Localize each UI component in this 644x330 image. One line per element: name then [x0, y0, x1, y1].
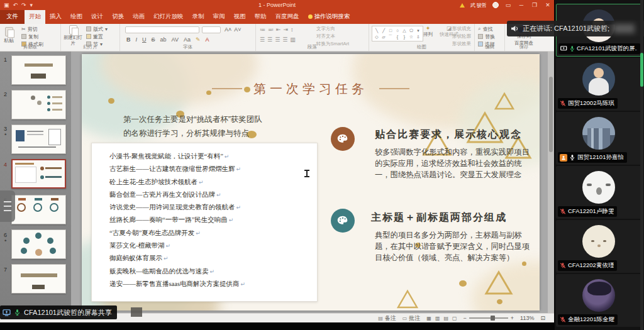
tab-help[interactable]: 帮助 [250, 10, 271, 24]
section-1-heading[interactable]: 贴合比赛要求，展示核心观念 [375, 128, 522, 141]
italic-button[interactable]: I [135, 36, 139, 43]
tab-view[interactable]: 视图 [230, 10, 250, 24]
shape-outline-button[interactable]: 形状轮廓 [452, 33, 471, 40]
participant-tile[interactable]: CFA12202黄依瑾 [556, 220, 641, 273]
thumbnail-slide-3[interactable] [11, 124, 66, 154]
numbering-button[interactable]: ≕ [268, 26, 274, 33]
character-spacing-button[interactable]: AV [170, 36, 180, 43]
tab-slideshow[interactable]: 幻灯片放映 [149, 10, 188, 24]
zoom-slider[interactable]: − + [464, 315, 514, 321]
section-1-body[interactable]: 较多强调数字化形式和内容，重视实践即项目的实际应用，追求经济效益和社会效益的统一… [375, 147, 536, 180]
thumbnail-slide-6[interactable] [11, 229, 66, 259]
tab-home[interactable]: 开始 [25, 10, 45, 24]
copy-button[interactable]: 复制 [21, 33, 43, 40]
tab-transitions[interactable]: 切换 [108, 10, 128, 24]
minimize-button[interactable]: ─ [518, 2, 525, 8]
align-text-button[interactable]: 对齐文本 [316, 33, 349, 40]
increase-indent-button[interactable]: ⇥ [284, 26, 289, 33]
align-left-button[interactable]: ☰ [260, 36, 265, 43]
meeting-toolbar-handle[interactable] [0, 190, 15, 222]
zoom-percentage[interactable]: 113% [520, 315, 534, 321]
thumbnail-slide-1[interactable] [11, 55, 66, 85]
bold-button[interactable]: B [125, 36, 132, 43]
zoom-track[interactable] [469, 317, 508, 319]
font-color-button[interactable]: A [204, 36, 210, 43]
tell-me-search[interactable]: 操作说明搜索 [304, 10, 355, 24]
comments-toggle[interactable]: ▭批注 [402, 314, 421, 322]
grow-font-button[interactable]: A˄ [225, 26, 231, 33]
tab-review[interactable]: 审阅 [209, 10, 230, 24]
align-right-button[interactable]: ☰ [275, 36, 280, 43]
font-size-input[interactable] [202, 26, 221, 33]
align-center-button[interactable]: ☰ [267, 36, 272, 43]
highlight-button[interactable]: ✎ [194, 36, 202, 43]
slide-4-editing-surface[interactable]: 第一次学习任务 第一次任务主要是对“挑战者杯”获奖团队 的名称进行学习，分析其规… [82, 54, 540, 311]
quick-access-toolbar[interactable]: ▣ ↶ ↷ ▾ [4, 2, 33, 8]
thumbnail-slide-7[interactable] [11, 264, 66, 294]
tab-animations[interactable]: 动画 [128, 10, 149, 24]
slide-sorter-view-button[interactable]: ▥ [435, 316, 440, 321]
shrink-font-button[interactable]: A˅ [234, 26, 241, 33]
justify-button[interactable]: ☰ [282, 36, 287, 43]
reset-button[interactable]: 重置 [86, 33, 108, 40]
strikethrough-button[interactable]: S [150, 36, 157, 43]
account-name[interactable]: 武 骏哲 [470, 2, 487, 9]
ribbon-display-options-icon[interactable]: ▭ [504, 2, 512, 8]
new-slide-button[interactable]: 新建幻灯片 [64, 25, 82, 46]
qat-customize-icon[interactable]: ▾ [30, 2, 33, 8]
zoom-in-icon[interactable]: + [511, 315, 514, 321]
find-button[interactable]: ⌕查找 [478, 26, 495, 32]
replace-button[interactable]: 替换 [478, 33, 495, 40]
bullets-button[interactable]: ≔ [260, 26, 265, 33]
tab-draw[interactable]: 绘图 [66, 10, 87, 24]
slide-thumbnail-panel[interactable]: 1 2 [0, 52, 71, 313]
tab-record[interactable]: 录制 [188, 10, 209, 24]
decrease-indent-button[interactable]: ⇤ [276, 26, 281, 33]
change-case-button[interactable]: Aa [182, 36, 192, 43]
thumbnail-slide-5[interactable] [11, 195, 66, 224]
tab-baidu-netdisk[interactable]: 百度网盘 [271, 10, 304, 24]
text-shadow-button[interactable]: ab [159, 36, 168, 43]
shapes-gallery[interactable]: ╲╱□○△⬠▾ ◇▱⌒{}☆⇩ [372, 26, 423, 41]
columns-button[interactable]: ▥ [290, 36, 296, 43]
participant-tile[interactable]: CFA12201卢静雯 [556, 166, 641, 219]
participant-tile[interactable]: 国贸12002马陈琪 [556, 58, 641, 111]
font-name-input[interactable] [125, 26, 199, 33]
scrollbar-thumb[interactable] [549, 77, 553, 152]
line-spacing-button[interactable]: ↕ [291, 26, 294, 33]
cut-button[interactable]: ✂剪切 [21, 26, 43, 32]
zoom-out-icon[interactable]: − [464, 315, 467, 321]
tab-design[interactable]: 设计 [87, 10, 108, 24]
canvas-scrollbar[interactable] [548, 52, 554, 313]
slide-title[interactable]: 第一次学习任务 [253, 80, 368, 97]
tab-insert[interactable]: 插入 [45, 10, 66, 24]
thumbnail-slide-2[interactable] [11, 90, 66, 119]
undo-icon[interactable]: ↶ [13, 2, 18, 8]
tab-file[interactable]: 文件 [0, 10, 25, 24]
section-2-body[interactable]: 典型的项目名多分为两部分，主标题与副标题，在其中以谐音赋予更深含义，同时凸显项目… [375, 230, 536, 263]
team-name-document[interactable]: 小漫书-聚焦视觉赋能，让设计更“有料”↵ 古艺新生——让古建筑在微缩世界熠熠生辉… [91, 143, 318, 302]
warning-icon[interactable] [460, 3, 465, 8]
normal-view-button[interactable]: ▦ [426, 316, 431, 321]
section-2-heading[interactable]: 主标题＋副标题两部分组成 [371, 211, 507, 224]
underline-button[interactable]: U [141, 36, 148, 43]
screen-share-label[interactable]: CFA12101武骏哲的屏幕共享 [0, 305, 117, 319]
shape-fill-button[interactable]: 形状填充 [452, 26, 471, 32]
paste-button[interactable]: 粘贴 [4, 25, 14, 44]
sidebar-scrollbar[interactable] [640, 0, 643, 330]
reading-view-button[interactable]: ▤ [443, 316, 448, 321]
slide-intro[interactable]: 第一次任务主要是对“挑战者杯”获奖团队 的名称进行学习，分析其规律与特点 [123, 113, 262, 141]
zoom-knob[interactable] [491, 316, 495, 321]
slideshow-view-button[interactable]: ▢ [452, 316, 457, 321]
notes-toggle[interactable]: ▤备注 [378, 314, 396, 322]
fit-slide-icon[interactable]: ⊡ [540, 315, 545, 321]
arrange-button[interactable]: ✦ 排列 [423, 25, 433, 38]
layout-button[interactable]: 版式 ▾ [86, 26, 108, 32]
restore-button[interactable]: ❐ [531, 2, 538, 8]
redo-icon[interactable]: ↷ [21, 2, 26, 8]
close-button[interactable]: ✕ [544, 2, 552, 8]
thumbnail-slide-4-selected[interactable] [11, 159, 66, 189]
participant-tile[interactable]: 国贸12101孙嘉怡 [556, 112, 641, 165]
sidebar-scrollbar-thumb[interactable] [640, 53, 643, 87]
account-avatar[interactable] [492, 2, 499, 8]
